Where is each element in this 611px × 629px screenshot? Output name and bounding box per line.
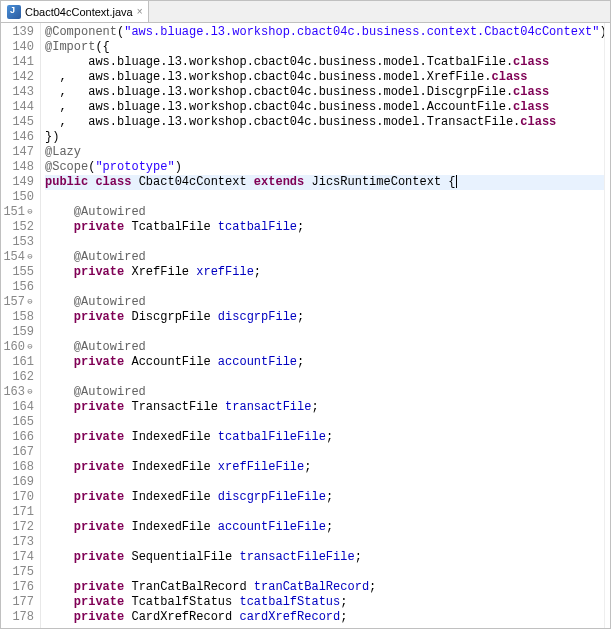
line-number: 155 — [3, 265, 34, 280]
overview-ruler — [604, 23, 610, 628]
code-line: private AccountFile accountFile; — [45, 355, 604, 370]
java-file-icon — [7, 5, 21, 19]
line-number: 178 — [3, 610, 34, 625]
line-number: 142 — [3, 70, 34, 85]
code-line — [45, 190, 604, 205]
code-line — [45, 280, 604, 295]
line-number: 140 — [3, 40, 34, 55]
line-number: 170 — [3, 490, 34, 505]
line-number: 172 — [3, 520, 34, 535]
fold-icon[interactable]: ⊖ — [26, 250, 34, 265]
code-line: private IndexedFile xrefFileFile; — [45, 460, 604, 475]
line-number: 162 — [3, 370, 34, 385]
fold-icon[interactable]: ⊖ — [26, 295, 34, 310]
line-number: 161 — [3, 355, 34, 370]
code-line — [45, 565, 604, 580]
line-number: 139 — [3, 25, 34, 40]
code-line: private TransactFile transactFile; — [45, 400, 604, 415]
code-line: @Scope("prototype") — [45, 160, 604, 175]
line-number: 144 — [3, 100, 34, 115]
code-line: private CardXrefRecord cardXrefRecord; — [45, 610, 604, 625]
code-line: private SequentialFile transactFileFile; — [45, 550, 604, 565]
code-line: @Component("aws.bluage.l3.workshop.cbact… — [45, 25, 604, 40]
code-line: private IndexedFile discgrpFileFile; — [45, 490, 604, 505]
line-number: 177 — [3, 595, 34, 610]
code-line — [45, 505, 604, 520]
line-number: 168 — [3, 460, 34, 475]
line-number: 157⊖ — [3, 295, 34, 310]
code-line: , aws.bluage.l3.workshop.cbact04c.busine… — [45, 115, 604, 130]
line-number: 169 — [3, 475, 34, 490]
line-number: 173 — [3, 535, 34, 550]
line-number-gutter: 139140141142143144145146147148149150151⊖… — [1, 23, 41, 628]
close-icon[interactable]: × — [137, 6, 143, 17]
code-line: @Autowired — [45, 205, 604, 220]
line-number: 150 — [3, 190, 34, 205]
line-number: 174 — [3, 550, 34, 565]
line-number: 145 — [3, 115, 34, 130]
line-number: 164 — [3, 400, 34, 415]
line-number: 159 — [3, 325, 34, 340]
code-line — [45, 415, 604, 430]
tab-bar: Cbact04cContext.java × — [1, 1, 610, 23]
line-number: 156 — [3, 280, 34, 295]
code-area[interactable]: @Component("aws.bluage.l3.workshop.cbact… — [41, 23, 604, 628]
line-number: 152 — [3, 220, 34, 235]
code-line: private IndexedFile tcatbalFileFile; — [45, 430, 604, 445]
code-line — [45, 445, 604, 460]
line-number: 141 — [3, 55, 34, 70]
code-line: , aws.bluage.l3.workshop.cbact04c.busine… — [45, 85, 604, 100]
code-line: }) — [45, 130, 604, 145]
line-number: 146 — [3, 130, 34, 145]
code-line: aws.bluage.l3.workshop.cbact04c.business… — [45, 55, 604, 70]
line-number: 176 — [3, 580, 34, 595]
tab-active[interactable]: Cbact04cContext.java × — [1, 1, 149, 22]
code-line: @Lazy — [45, 145, 604, 160]
line-number: 151⊖ — [3, 205, 34, 220]
code-line — [45, 370, 604, 385]
line-number: 154⊖ — [3, 250, 34, 265]
code-line — [45, 475, 604, 490]
fold-icon[interactable]: ⊖ — [26, 385, 34, 400]
code-line: @Autowired — [45, 295, 604, 310]
code-line: @Import({ — [45, 40, 604, 55]
line-number: 153 — [3, 235, 34, 250]
code-line: @Autowired — [45, 340, 604, 355]
code-line — [45, 235, 604, 250]
tab-title: Cbact04cContext.java — [25, 6, 133, 18]
line-number: 163⊖ — [3, 385, 34, 400]
code-line: public class Cbact04cContext extends Jic… — [45, 175, 604, 190]
line-number: 166 — [3, 430, 34, 445]
editor: 139140141142143144145146147148149150151⊖… — [1, 23, 610, 628]
line-number: 175 — [3, 565, 34, 580]
line-number: 158 — [3, 310, 34, 325]
line-number: 167 — [3, 445, 34, 460]
code-line: @Autowired — [45, 250, 604, 265]
fold-icon[interactable]: ⊖ — [26, 340, 34, 355]
code-line: private TranCatBalRecord tranCatBalRecor… — [45, 580, 604, 595]
code-line: private XrefFile xrefFile; — [45, 265, 604, 280]
code-line — [45, 325, 604, 340]
code-line: private TcatbalFile tcatbalFile; — [45, 220, 604, 235]
fold-icon[interactable]: ⊖ — [26, 205, 34, 220]
code-line: private DiscgrpFile discgrpFile; — [45, 310, 604, 325]
code-line: , aws.bluage.l3.workshop.cbact04c.busine… — [45, 100, 604, 115]
code-line — [45, 535, 604, 550]
code-line: , aws.bluage.l3.workshop.cbact04c.busine… — [45, 70, 604, 85]
code-line: private IndexedFile accountFileFile; — [45, 520, 604, 535]
line-number: 148 — [3, 160, 34, 175]
line-number: 171 — [3, 505, 34, 520]
line-number: 149 — [3, 175, 34, 190]
line-number: 165 — [3, 415, 34, 430]
line-number: 160⊖ — [3, 340, 34, 355]
line-number: 143 — [3, 85, 34, 100]
code-line: private TcatbalfStatus tcatbalfStatus; — [45, 595, 604, 610]
line-number: 147 — [3, 145, 34, 160]
code-line: @Autowired — [45, 385, 604, 400]
